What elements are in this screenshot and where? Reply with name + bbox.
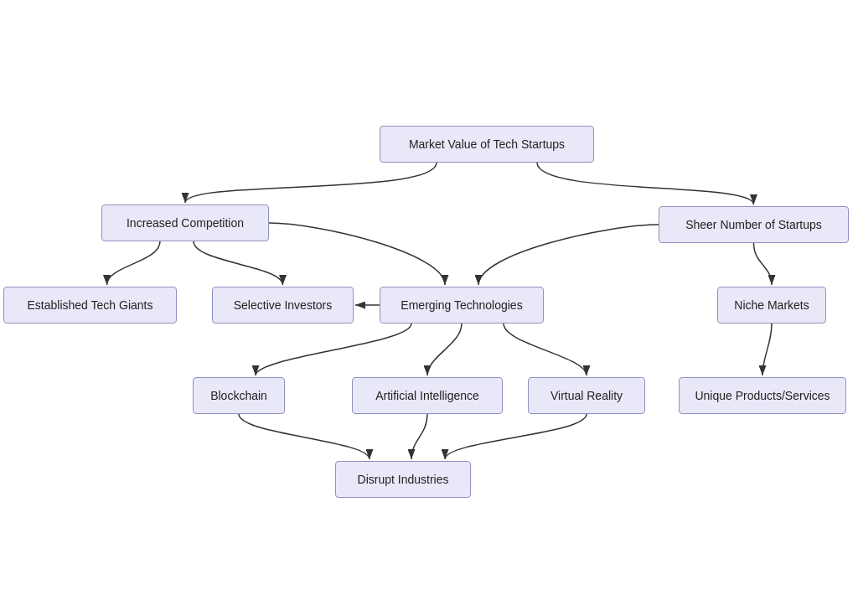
node-niche-markets: Niche Markets	[717, 287, 826, 324]
node-established-tech: Established Tech Giants	[3, 287, 177, 324]
node-increased-competition: Increased Competition	[101, 204, 269, 241]
node-unique-products: Unique Products/Services	[679, 377, 846, 414]
node-market-value: Market Value of Tech Startups	[380, 126, 594, 163]
node-virtual-reality: Virtual Reality	[528, 377, 645, 414]
diagram-container: Market Value of Tech Startups Increased …	[0, 0, 858, 616]
node-selective-investors: Selective Investors	[212, 287, 354, 324]
node-emerging-technologies: Emerging Technologies	[380, 287, 544, 324]
node-sheer-number: Sheer Number of Startups	[659, 206, 849, 243]
node-blockchain: Blockchain	[193, 377, 285, 414]
node-artificial-intelligence: Artificial Intelligence	[352, 377, 503, 414]
node-disrupt-industries: Disrupt Industries	[335, 461, 471, 498]
